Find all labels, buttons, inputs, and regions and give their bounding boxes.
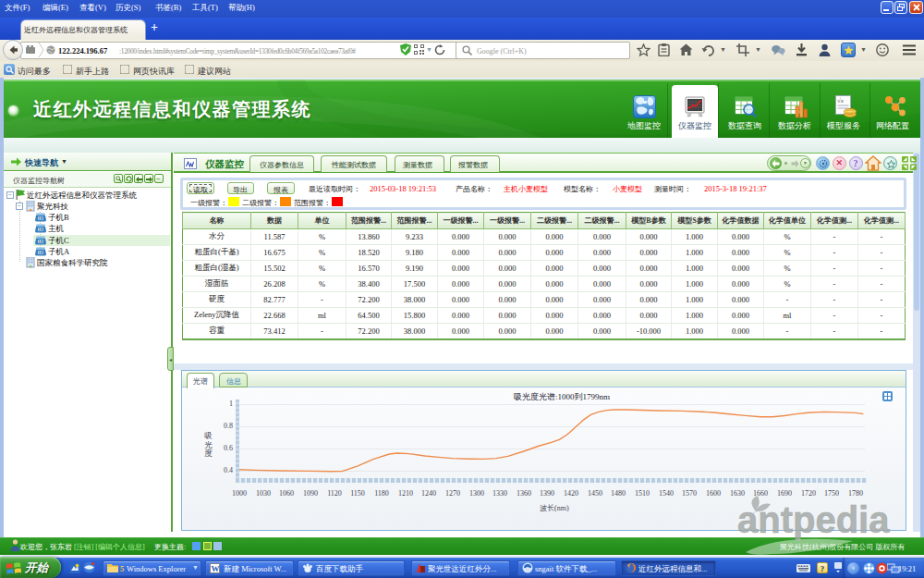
svg-text:√x: √x [837, 97, 845, 105]
